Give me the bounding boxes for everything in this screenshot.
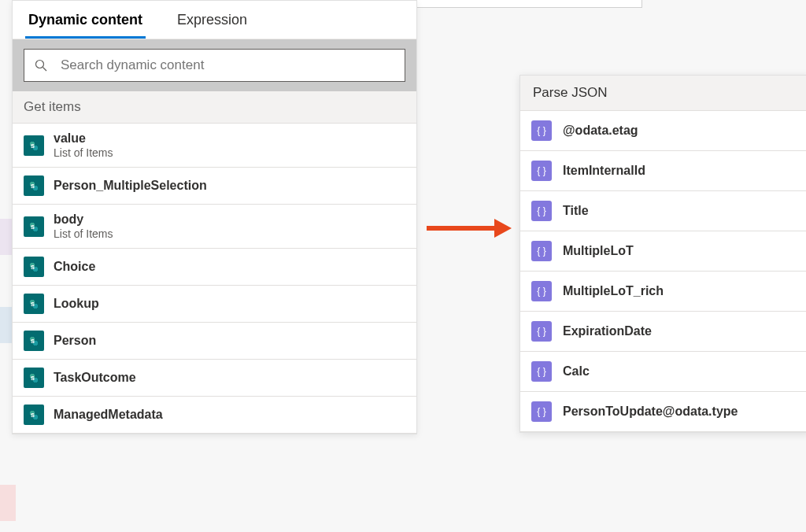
json-field-label: Title: [563, 204, 589, 218]
json-field-label: MultipleLoT_rich: [563, 284, 664, 298]
dynamic-content-item[interactable]: sTaskOutcome: [13, 360, 416, 397]
json-braces-icon: { }: [531, 361, 552, 382]
sharepoint-icon: s: [24, 405, 44, 425]
json-field-item[interactable]: { }ItemInternalId: [520, 151, 806, 191]
item-title: ManagedMetadata: [54, 408, 163, 422]
item-title: Lookup: [54, 297, 99, 311]
json-field-item[interactable]: { }PersonToUpdate@odata.type: [520, 392, 806, 432]
dynamic-content-item[interactable]: sbodyList of Items: [13, 205, 416, 249]
json-braces-icon: { }: [531, 321, 552, 342]
json-field-label: ItemInternalId: [563, 164, 645, 178]
dynamic-content-item[interactable]: sPerson_MultipleSelection: [13, 168, 416, 205]
item-description: List of Items: [54, 227, 113, 240]
item-title: Person_MultipleSelection: [54, 179, 207, 193]
item-description: List of Items: [54, 146, 113, 159]
json-fields-list: { }@odata.etag{ }ItemInternalId{ }Title{…: [520, 111, 806, 432]
json-braces-icon: { }: [531, 161, 552, 181]
item-title: Person: [54, 334, 96, 348]
svg-point-0: [36, 61, 44, 68]
json-braces-icon: { }: [531, 120, 552, 141]
dynamic-content-item[interactable]: sLookup: [13, 286, 416, 323]
item-title: Choice: [54, 260, 95, 274]
json-field-item[interactable]: { }@odata.etag: [520, 111, 806, 151]
dynamic-content-item[interactable]: sChoice: [13, 249, 416, 286]
item-title: TaskOutcome: [54, 371, 136, 385]
json-braces-icon: { }: [531, 201, 552, 221]
json-field-label: MultipleLoT: [563, 244, 634, 258]
sharepoint-icon: s: [24, 257, 44, 277]
json-braces-icon: { }: [531, 241, 552, 261]
json-field-item[interactable]: { }MultipleLoT: [520, 231, 806, 272]
tab-expression[interactable]: Expression: [174, 1, 250, 39]
json-field-item[interactable]: { }ExpirationDate: [520, 312, 806, 352]
tab-bar: Dynamic content Expression: [13, 1, 416, 39]
dynamic-content-item[interactable]: sManagedMetadata: [13, 397, 416, 434]
parse-json-panel: Parse JSON { }@odata.etag{ }ItemInternal…: [519, 75, 806, 433]
dynamic-content-item[interactable]: svalueList of Items: [13, 124, 416, 168]
dynamic-content-panel: Dynamic content Expression Get items sva…: [12, 0, 417, 434]
json-field-label: PersonToUpdate@odata.type: [563, 405, 738, 419]
sharepoint-icon: s: [24, 135, 44, 156]
tab-dynamic-content[interactable]: Dynamic content: [25, 1, 146, 39]
json-field-item[interactable]: { }Calc: [520, 352, 806, 392]
json-braces-icon: { }: [531, 401, 552, 422]
search-input[interactable]: [61, 57, 395, 73]
search-icon: [34, 58, 48, 72]
item-title: value: [54, 131, 113, 146]
sharepoint-icon: s: [24, 368, 44, 388]
svg-line-1: [43, 68, 47, 72]
arrow-icon: [425, 216, 512, 240]
search-container: [13, 39, 416, 91]
json-braces-icon: { }: [531, 281, 552, 301]
section-header-get-items: Get items: [13, 91, 416, 124]
sharepoint-icon: s: [24, 294, 44, 314]
json-field-label: Calc: [563, 364, 590, 379]
sharepoint-icon: s: [24, 175, 44, 196]
search-box[interactable]: [24, 49, 405, 82]
item-title: body: [54, 212, 113, 227]
dynamic-content-item[interactable]: sPerson: [13, 323, 416, 360]
json-field-label: ExpirationDate: [563, 324, 652, 338]
json-field-item[interactable]: { }Title: [520, 191, 806, 231]
sharepoint-icon: s: [24, 216, 44, 237]
items-list: svalueList of ItemssPerson_MultipleSelec…: [13, 124, 416, 434]
json-field-label: @odata.etag: [563, 124, 638, 138]
bg-decoration: [0, 485, 16, 521]
sharepoint-icon: s: [24, 331, 44, 351]
json-field-item[interactable]: { }MultipleLoT_rich: [520, 272, 806, 312]
section-header-parse-json: Parse JSON: [520, 76, 806, 111]
svg-marker-3: [494, 219, 512, 238]
